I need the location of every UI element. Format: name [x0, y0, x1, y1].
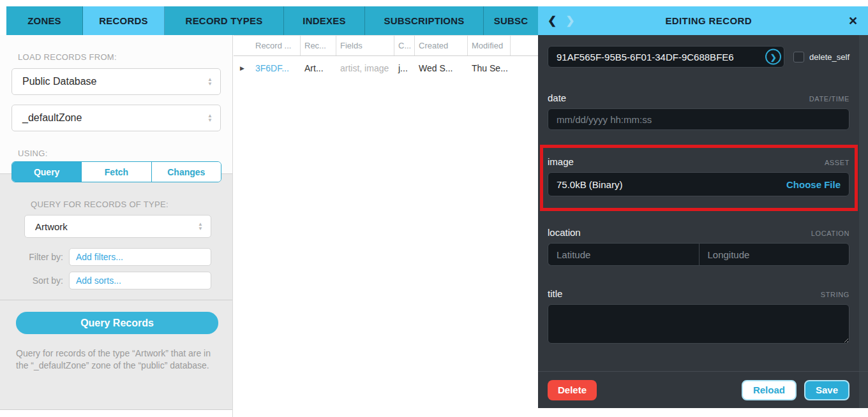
query-records-button[interactable]: Query Records: [16, 312, 218, 334]
disclose-record-button[interactable]: ❯: [765, 49, 781, 65]
back-chevron-icon[interactable]: ❮: [543, 14, 561, 27]
zone-select[interactable]: _defaultZone ▲▼: [11, 105, 221, 131]
location-field-type: LOCATION: [811, 230, 849, 237]
reload-button[interactable]: Reload: [742, 380, 797, 400]
forward-chevron-icon[interactable]: ❯: [561, 14, 579, 27]
tab-records[interactable]: RECORDS: [83, 6, 165, 35]
database-select-value: Public Database: [22, 76, 97, 87]
editor-title: EDITING RECORD: [580, 15, 838, 26]
column-header-fields[interactable]: Fields: [336, 36, 394, 55]
choose-file-button[interactable]: Choose File: [786, 179, 841, 190]
record-type-select-value: Artwork: [35, 221, 68, 232]
using-label: USING:: [18, 149, 221, 158]
date-field-type: DATE/TIME: [809, 95, 849, 103]
title-textarea[interactable]: [548, 304, 849, 344]
database-select[interactable]: Public Database ▲▼: [11, 68, 221, 95]
location-inputs: [548, 243, 849, 266]
mode-tab-changes[interactable]: Changes: [151, 162, 221, 182]
column-header-filler: [511, 36, 538, 55]
close-icon[interactable]: ✕: [838, 14, 868, 28]
image-field-type: ASSET: [825, 159, 849, 166]
add-filters-input[interactable]: [69, 248, 211, 266]
filter-row: Filter by:: [11, 248, 221, 266]
column-header-record-type[interactable]: Rec...: [301, 36, 336, 55]
record-id-input[interactable]: [548, 46, 784, 68]
sidebar-divider: [0, 300, 232, 300]
record-name-cell: ▶ 3F6DF...: [234, 63, 301, 73]
image-field-label: image: [548, 156, 574, 167]
query-type-label: QUERY FOR RECORDS OF TYPE:: [31, 200, 221, 209]
tab-zones[interactable]: ZONES: [6, 6, 83, 35]
records-table: Record ... Rec... Fields C... Created Mo…: [234, 35, 538, 417]
tab-subscription-types-truncated[interactable]: SUBSC: [484, 6, 538, 35]
tab-record-types[interactable]: RECORD TYPES: [165, 6, 284, 35]
record-id-row: ❯ delete_self: [548, 46, 849, 68]
title-field-type: STRING: [821, 291, 849, 298]
record-name-link[interactable]: 3F6DF...: [255, 63, 289, 73]
query-description: Query for records of the type “Artwork” …: [16, 348, 220, 372]
date-input[interactable]: [548, 108, 849, 130]
created-by-cell: j...: [394, 63, 415, 73]
scrollbar-track[interactable]: [859, 35, 868, 408]
mode-tab-query[interactable]: Query: [12, 162, 81, 182]
sort-label: Sort by:: [11, 275, 69, 286]
editor-footer: Delete Reload Save: [538, 371, 868, 408]
fields-cell: artist, image: [336, 63, 394, 73]
editor-header: ❮ ❯ EDITING RECORD ✕: [538, 6, 868, 35]
save-button[interactable]: Save: [804, 380, 849, 400]
load-records-label: LOAD RECORDS FROM:: [18, 52, 221, 62]
load-mode-segmented-control: Query Fetch Changes: [11, 161, 221, 182]
date-field-label: date: [548, 92, 566, 103]
delete-button[interactable]: Delete: [548, 380, 597, 400]
image-field-section: image ASSET 75.0kB (Binary) Choose File: [548, 156, 849, 196]
created-cell: Wed S...: [415, 63, 468, 73]
record-id-field-wrap: ❯: [548, 46, 784, 68]
mode-tab-fetch[interactable]: Fetch: [81, 162, 151, 182]
asset-row: 75.0kB (Binary) Choose File: [548, 172, 849, 196]
add-sorts-input[interactable]: [69, 272, 211, 289]
load-records-section: LOAD RECORDS FROM: Public Database ▲▼ _d…: [0, 35, 232, 173]
tab-subscriptions[interactable]: SUBSCRIPTIONS: [365, 6, 484, 35]
main-tab-bar: ZONES RECORDS RECORD TYPES INDEXES SUBSC…: [6, 6, 538, 35]
column-header-created-by[interactable]: C...: [394, 36, 415, 55]
modified-cell: Thu Se...: [468, 63, 511, 73]
editor-body: ❯ delete_self date DATE/TIME image ASSET…: [538, 35, 868, 408]
tab-indexes[interactable]: INDEXES: [284, 6, 365, 35]
asset-size-value: 75.0kB (Binary): [557, 179, 622, 190]
latitude-input[interactable]: [548, 243, 699, 266]
title-field-section: title STRING: [548, 288, 849, 346]
column-header-modified[interactable]: Modified: [468, 36, 511, 55]
chevron-updown-icon: ▲▼: [207, 113, 213, 122]
delete-self-label: delete_self: [809, 52, 849, 62]
record-type-cell: Art...: [301, 63, 336, 73]
table-header-row: Record ... Rec... Fields C... Created Mo…: [234, 35, 538, 56]
filter-label: Filter by:: [11, 252, 69, 262]
table-row[interactable]: ▶ 3F6DF... Art... artist, image j... Wed…: [234, 56, 538, 80]
expand-row-icon[interactable]: ▶: [240, 65, 244, 71]
location-field-section: location LOCATION: [548, 227, 849, 266]
longitude-input[interactable]: [699, 243, 850, 266]
query-options-section: QUERY FOR RECORDS OF TYPE: Artwork ▲▼ Fi…: [0, 173, 232, 410]
record-type-select[interactable]: Artwork ▲▼: [24, 215, 211, 238]
title-field-label: title: [548, 288, 562, 299]
date-field-section: date DATE/TIME: [548, 92, 849, 130]
location-field-label: location: [548, 227, 581, 238]
zone-select-value: _defaultZone: [22, 112, 82, 124]
query-sidebar: LOAD RECORDS FROM: Public Database ▲▼ _d…: [0, 35, 233, 417]
chevron-updown-icon: ▲▼: [198, 222, 203, 231]
delete-self-checkbox[interactable]: [793, 52, 804, 62]
chevron-updown-icon: ▲▼: [207, 77, 213, 86]
column-header-created[interactable]: Created: [415, 36, 468, 55]
column-header-record-name[interactable]: Record ...: [234, 36, 301, 55]
sort-row: Sort by:: [11, 272, 221, 289]
